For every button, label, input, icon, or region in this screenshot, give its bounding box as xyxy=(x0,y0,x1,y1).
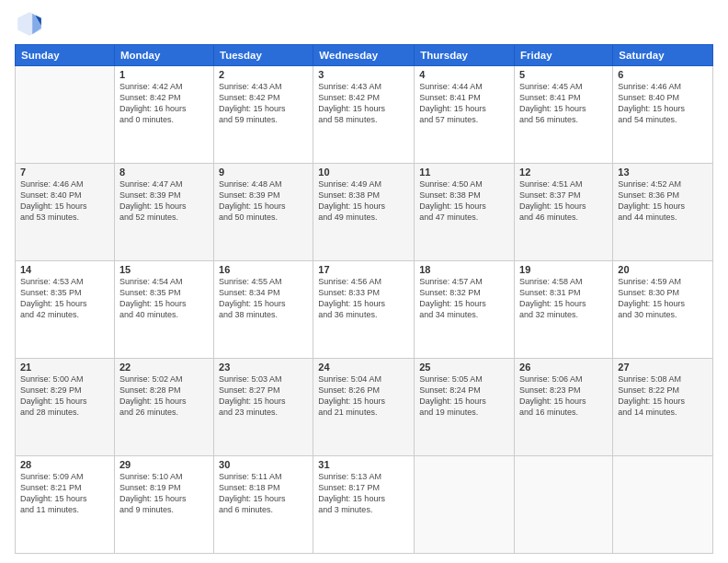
calendar-cell: 14Sunrise: 4:53 AM Sunset: 8:35 PM Dayli… xyxy=(16,261,115,359)
day-number: 6 xyxy=(618,69,708,80)
day-info: Sunrise: 5:13 AM Sunset: 8:17 PM Dayligh… xyxy=(318,471,409,516)
day-number: 21 xyxy=(20,362,109,373)
week-row-3: 14Sunrise: 4:53 AM Sunset: 8:35 PM Dayli… xyxy=(16,261,713,359)
day-number: 28 xyxy=(20,459,109,470)
day-info: Sunrise: 4:50 AM Sunset: 8:38 PM Dayligh… xyxy=(419,178,509,224)
week-row-4: 21Sunrise: 5:00 AM Sunset: 8:29 PM Dayli… xyxy=(16,359,713,456)
day-number: 13 xyxy=(618,167,708,178)
calendar-cell: 16Sunrise: 4:55 AM Sunset: 8:34 PM Dayli… xyxy=(214,261,313,359)
calendar-cell: 31Sunrise: 5:13 AM Sunset: 8:17 PM Dayli… xyxy=(313,456,415,554)
day-info: Sunrise: 5:00 AM Sunset: 8:29 PM Dayligh… xyxy=(20,373,109,419)
day-info: Sunrise: 4:59 AM Sunset: 8:30 PM Dayligh… xyxy=(618,276,708,321)
day-info: Sunrise: 5:08 AM Sunset: 8:22 PM Dayligh… xyxy=(618,373,708,419)
calendar-cell: 8Sunrise: 4:47 AM Sunset: 8:39 PM Daylig… xyxy=(114,164,213,261)
day-number: 12 xyxy=(519,167,608,178)
calendar-cell: 13Sunrise: 4:52 AM Sunset: 8:36 PM Dayli… xyxy=(613,164,713,261)
header-cell-monday: Monday xyxy=(114,45,213,66)
calendar-cell xyxy=(415,456,515,554)
calendar-cell: 20Sunrise: 4:59 AM Sunset: 8:30 PM Dayli… xyxy=(613,261,713,359)
day-info: Sunrise: 5:04 AM Sunset: 8:26 PM Dayligh… xyxy=(318,373,409,419)
day-number: 15 xyxy=(119,264,209,275)
calendar-cell: 27Sunrise: 5:08 AM Sunset: 8:22 PM Dayli… xyxy=(613,359,713,456)
day-info: Sunrise: 5:11 AM Sunset: 8:18 PM Dayligh… xyxy=(219,471,308,516)
week-row-1: 1Sunrise: 4:42 AM Sunset: 8:42 PM Daylig… xyxy=(16,66,713,164)
day-number: 27 xyxy=(618,362,708,373)
day-number: 8 xyxy=(119,167,209,178)
day-info: Sunrise: 4:58 AM Sunset: 8:31 PM Dayligh… xyxy=(519,276,608,321)
day-info: Sunrise: 4:44 AM Sunset: 8:41 PM Dayligh… xyxy=(419,81,509,126)
calendar-cell: 12Sunrise: 4:51 AM Sunset: 8:37 PM Dayli… xyxy=(515,164,613,261)
week-row-5: 28Sunrise: 5:09 AM Sunset: 8:21 PM Dayli… xyxy=(16,456,713,554)
day-info: Sunrise: 5:03 AM Sunset: 8:27 PM Dayligh… xyxy=(219,373,308,419)
logo xyxy=(15,9,48,39)
day-info: Sunrise: 4:47 AM Sunset: 8:39 PM Dayligh… xyxy=(119,178,209,224)
header-cell-friday: Friday xyxy=(515,45,613,66)
day-number: 16 xyxy=(219,264,308,275)
day-info: Sunrise: 4:42 AM Sunset: 8:42 PM Dayligh… xyxy=(119,81,209,126)
day-number: 26 xyxy=(519,362,608,373)
day-number: 4 xyxy=(419,69,509,80)
header-cell-tuesday: Tuesday xyxy=(214,45,313,66)
day-number: 30 xyxy=(219,459,308,470)
day-info: Sunrise: 5:06 AM Sunset: 8:23 PM Dayligh… xyxy=(519,373,608,419)
header-cell-thursday: Thursday xyxy=(415,45,515,66)
calendar-cell: 17Sunrise: 4:56 AM Sunset: 8:33 PM Dayli… xyxy=(313,261,415,359)
day-info: Sunrise: 4:54 AM Sunset: 8:35 PM Dayligh… xyxy=(119,276,209,321)
day-info: Sunrise: 4:57 AM Sunset: 8:32 PM Dayligh… xyxy=(419,276,509,321)
calendar-cell xyxy=(613,456,713,554)
calendar-cell: 4Sunrise: 4:44 AM Sunset: 8:41 PM Daylig… xyxy=(415,66,515,164)
calendar-cell: 18Sunrise: 4:57 AM Sunset: 8:32 PM Dayli… xyxy=(415,261,515,359)
header xyxy=(15,9,713,39)
calendar-cell: 19Sunrise: 4:58 AM Sunset: 8:31 PM Dayli… xyxy=(515,261,613,359)
calendar-cell: 21Sunrise: 5:00 AM Sunset: 8:29 PM Dayli… xyxy=(16,359,115,456)
calendar-cell: 24Sunrise: 5:04 AM Sunset: 8:26 PM Dayli… xyxy=(313,359,415,456)
day-number: 1 xyxy=(119,69,209,80)
day-info: Sunrise: 4:56 AM Sunset: 8:33 PM Dayligh… xyxy=(318,276,409,321)
day-info: Sunrise: 4:51 AM Sunset: 8:37 PM Dayligh… xyxy=(519,178,608,224)
page: SundayMondayTuesdayWednesdayThursdayFrid… xyxy=(0,0,728,563)
calendar-cell: 1Sunrise: 4:42 AM Sunset: 8:42 PM Daylig… xyxy=(114,66,213,164)
calendar-cell: 29Sunrise: 5:10 AM Sunset: 8:19 PM Dayli… xyxy=(114,456,213,554)
calendar-cell: 30Sunrise: 5:11 AM Sunset: 8:18 PM Dayli… xyxy=(214,456,313,554)
header-row: SundayMondayTuesdayWednesdayThursdayFrid… xyxy=(16,45,713,66)
day-number: 11 xyxy=(419,167,509,178)
day-number: 19 xyxy=(519,264,608,275)
calendar-cell: 11Sunrise: 4:50 AM Sunset: 8:38 PM Dayli… xyxy=(415,164,515,261)
day-info: Sunrise: 4:52 AM Sunset: 8:36 PM Dayligh… xyxy=(618,178,708,224)
day-number: 29 xyxy=(119,459,209,470)
day-number: 20 xyxy=(618,264,708,275)
day-info: Sunrise: 4:55 AM Sunset: 8:34 PM Dayligh… xyxy=(219,276,308,321)
day-number: 17 xyxy=(318,264,409,275)
day-info: Sunrise: 4:43 AM Sunset: 8:42 PM Dayligh… xyxy=(318,81,409,126)
day-number: 5 xyxy=(519,69,608,80)
calendar-cell: 28Sunrise: 5:09 AM Sunset: 8:21 PM Dayli… xyxy=(16,456,115,554)
day-number: 25 xyxy=(419,362,509,373)
day-number: 22 xyxy=(119,362,209,373)
calendar-cell: 26Sunrise: 5:06 AM Sunset: 8:23 PM Dayli… xyxy=(515,359,613,456)
header-cell-saturday: Saturday xyxy=(613,45,713,66)
day-info: Sunrise: 4:46 AM Sunset: 8:40 PM Dayligh… xyxy=(20,178,109,224)
calendar-cell: 10Sunrise: 4:49 AM Sunset: 8:38 PM Dayli… xyxy=(313,164,415,261)
day-info: Sunrise: 4:48 AM Sunset: 8:39 PM Dayligh… xyxy=(219,178,308,224)
calendar-cell: 2Sunrise: 4:43 AM Sunset: 8:42 PM Daylig… xyxy=(214,66,313,164)
day-info: Sunrise: 5:10 AM Sunset: 8:19 PM Dayligh… xyxy=(119,471,209,516)
day-number: 10 xyxy=(318,167,409,178)
day-number: 23 xyxy=(219,362,308,373)
day-info: Sunrise: 4:43 AM Sunset: 8:42 PM Dayligh… xyxy=(219,81,308,126)
day-number: 31 xyxy=(318,459,409,470)
day-number: 14 xyxy=(20,264,109,275)
header-cell-sunday: Sunday xyxy=(16,45,115,66)
day-info: Sunrise: 4:46 AM Sunset: 8:40 PM Dayligh… xyxy=(618,81,708,126)
day-number: 7 xyxy=(20,167,109,178)
calendar-cell xyxy=(515,456,613,554)
calendar-cell xyxy=(16,66,115,164)
calendar-cell: 3Sunrise: 4:43 AM Sunset: 8:42 PM Daylig… xyxy=(313,66,415,164)
day-info: Sunrise: 4:49 AM Sunset: 8:38 PM Dayligh… xyxy=(318,178,409,224)
calendar-cell: 22Sunrise: 5:02 AM Sunset: 8:28 PM Dayli… xyxy=(114,359,213,456)
calendar-cell: 6Sunrise: 4:46 AM Sunset: 8:40 PM Daylig… xyxy=(613,66,713,164)
calendar-cell: 15Sunrise: 4:54 AM Sunset: 8:35 PM Dayli… xyxy=(114,261,213,359)
week-row-2: 7Sunrise: 4:46 AM Sunset: 8:40 PM Daylig… xyxy=(16,164,713,261)
day-number: 24 xyxy=(318,362,409,373)
calendar-cell: 23Sunrise: 5:03 AM Sunset: 8:27 PM Dayli… xyxy=(214,359,313,456)
calendar-cell: 25Sunrise: 5:05 AM Sunset: 8:24 PM Dayli… xyxy=(415,359,515,456)
